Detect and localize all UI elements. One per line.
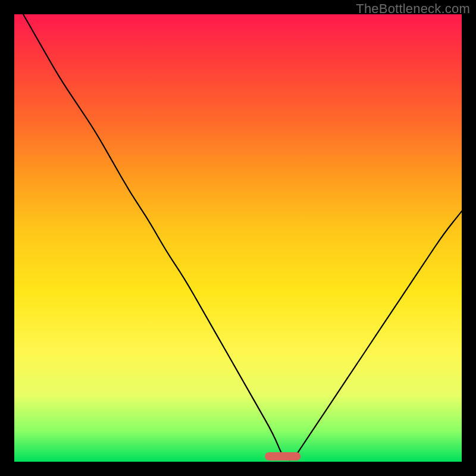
optimal-range-marker — [265, 452, 300, 461]
bottleneck-curve — [23, 14, 462, 460]
chart-frame: TheBottleneck.com — [0, 0, 476, 476]
watermark-text: TheBottleneck.com — [356, 1, 470, 17]
chart-svg — [14, 14, 462, 462]
plot-area — [14, 14, 462, 462]
